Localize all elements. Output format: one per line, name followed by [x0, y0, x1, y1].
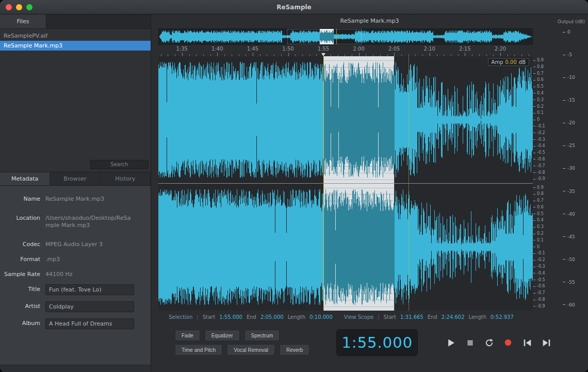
sel-start-value: 1:55.000 — [219, 314, 242, 320]
tick-mark — [563, 123, 565, 123]
metadata-value-location: /Users/shaoduo/Desktop/ReSample Mark.mp3 — [45, 213, 134, 229]
db-tick: -35 — [563, 189, 588, 194]
amp-tick-label: -0.7 — [537, 164, 545, 168]
file-item[interactable]: ReSamplePV.aif — [0, 31, 151, 41]
tab-files[interactable]: Files — [0, 14, 46, 28]
amp-tick-label: 0.4 — [537, 91, 544, 95]
tick-mark — [533, 201, 535, 201]
metadata-row-album: Album — [0, 318, 151, 329]
timeline-ruler[interactable]: 1:351:401:451:501:552:002:052:102:152:20 — [158, 45, 533, 56]
metadata-row-format: Format.mp3 — [0, 254, 151, 263]
amp-tick: -0.1 — [533, 251, 559, 255]
skip-start-button[interactable] — [521, 337, 533, 348]
amp-tick: -0.2 — [533, 258, 559, 262]
overview-waveform-canvas[interactable] — [159, 29, 532, 44]
amp-tick-label: -0.3 — [537, 138, 545, 142]
sel-end-label: End — [247, 314, 256, 320]
app-window: ReSample Files ReSamplePV.aifReSample Ma… — [0, 0, 588, 372]
ruler-time-label: 1:35 — [176, 46, 187, 52]
status-separator: | — [378, 314, 379, 320]
tick-mark — [563, 100, 565, 101]
metadata-label-codec: Codec — [0, 239, 45, 248]
amp-tick-label: 0.2 — [537, 105, 544, 109]
tick-mark — [533, 273, 535, 273]
titlebar[interactable]: ReSample — [0, 0, 588, 14]
tick-mark — [533, 280, 535, 280]
amp-chip: Amp 0.00 dB — [488, 58, 529, 66]
ruler-time-label: 2:10 — [423, 46, 435, 52]
metadata-value-format: .mp3 — [45, 254, 60, 263]
output-db-scale: 0-5-10-15-20-25-30-35-40-45-50-55-60 — [559, 27, 588, 311]
amp-tick: 0.1 — [533, 111, 559, 115]
skip-end-button[interactable] — [541, 337, 552, 348]
tick-mark — [533, 207, 535, 207]
db-tick: -40 — [563, 212, 588, 217]
ruler-time-label: 1:55 — [318, 46, 329, 52]
metadata-label-location: Location — [0, 213, 45, 229]
ruler-tick — [359, 53, 360, 56]
amp-tick: 0.3 — [533, 225, 559, 229]
tick-mark — [563, 145, 565, 146]
tab-metadata[interactable]: Metadata — [0, 172, 50, 185]
tick-mark — [533, 159, 535, 159]
ruler-tick — [500, 53, 501, 56]
fx-button-reverb[interactable]: Reverb — [280, 344, 309, 355]
fx-button-vocal-removal[interactable]: Vocal Removal — [227, 344, 275, 355]
amp-tick-label: 0.5 — [537, 85, 544, 89]
amplitude-scale-bottom: 0.90.80.70.60.50.40.30.20.10-0.1-0.2-0.3… — [533, 184, 559, 311]
ruler-time-label: 2:15 — [459, 46, 470, 52]
search-input[interactable] — [90, 160, 149, 169]
amp-tick-label: 0.9 — [537, 186, 544, 190]
metadata-label-title: Title — [0, 284, 45, 295]
tick-mark — [533, 293, 535, 294]
fx-button-spectrum[interactable]: Spectrum — [244, 330, 280, 341]
amp-tick-label: 0.7 — [537, 199, 544, 203]
metadata-input-album[interactable] — [45, 318, 134, 329]
db-tick-label: -45 — [567, 234, 575, 239]
tab-browser[interactable]: Browser — [50, 172, 100, 185]
traffic-lights — [6, 4, 32, 10]
tick-mark — [533, 220, 535, 221]
transport-controls — [445, 337, 552, 348]
db-tick-label: -15 — [567, 98, 575, 103]
stop-button[interactable] — [464, 337, 476, 348]
tick-mark — [563, 168, 565, 169]
metadata-label-sample-rate: Sample Rate — [0, 269, 45, 278]
metadata-input-artist[interactable] — [45, 301, 134, 312]
tick-mark — [533, 187, 535, 188]
tick-mark — [533, 106, 535, 107]
tick-mark — [533, 172, 535, 173]
fx-button-fade[interactable]: Fade — [175, 330, 200, 341]
close-button[interactable] — [6, 4, 12, 10]
skip-end-icon — [542, 338, 551, 347]
sidebar-footer — [0, 365, 151, 372]
amp-tick-label: -0.6 — [537, 157, 545, 161]
overview-strip[interactable] — [158, 28, 533, 45]
tick-mark — [563, 236, 565, 237]
play-button[interactable] — [445, 337, 456, 348]
amp-tick-label: -0.2 — [537, 258, 545, 262]
sidebar: Files ReSamplePV.aifReSample Mark.mp3 Me… — [0, 14, 151, 372]
zoom-button[interactable] — [26, 4, 32, 10]
fx-button-equalizer[interactable]: Equalizer — [205, 330, 240, 341]
minimize-button[interactable] — [16, 4, 22, 10]
db-tick: -55 — [563, 280, 588, 285]
record-button[interactable] — [502, 337, 514, 348]
main-waveform-canvas[interactable] — [158, 56, 533, 311]
tick-mark — [533, 113, 535, 114]
amp-tick: 0.7 — [533, 199, 559, 203]
amp-tick-label: 0.8 — [537, 192, 544, 196]
amp-tick: -0.4 — [533, 144, 559, 148]
file-item[interactable]: ReSample Mark.mp3 — [0, 41, 151, 51]
tick-mark — [533, 87, 535, 87]
fx-button-time-and-pitch[interactable]: Time and Pitch — [175, 344, 222, 355]
amp-tick-label: -0.6 — [537, 284, 545, 288]
metadata-input-title[interactable] — [45, 284, 134, 295]
tick-mark — [533, 146, 535, 147]
tick-mark — [533, 133, 535, 133]
skip-start-icon — [523, 338, 532, 347]
tab-history[interactable]: History — [101, 172, 151, 185]
db-tick: -45 — [563, 234, 588, 239]
tick-mark — [533, 306, 535, 306]
loop-button[interactable] — [483, 337, 495, 348]
